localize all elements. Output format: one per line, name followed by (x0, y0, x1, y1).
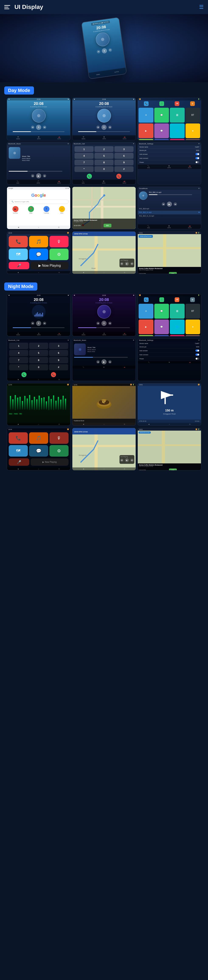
nav-food-back[interactable]: ◀ (83, 423, 84, 425)
toggle-auto-answer[interactable] (195, 153, 199, 155)
dial-5[interactable]: 5 (95, 153, 113, 159)
night-prev-2[interactable]: ⏮ (96, 321, 100, 325)
nav-auto-2[interactable]: 🚗AUTO (123, 136, 126, 139)
nav-nc-recent[interactable]: ⊡ (58, 379, 60, 380)
night-dial-6[interactable]: 6 (49, 350, 68, 356)
night-cp-msg[interactable]: 💬 (29, 445, 48, 457)
app-whatsapp[interactable]: 💬 (154, 108, 169, 123)
shortcut-maps[interactable]: 📍 Maps (24, 206, 38, 223)
night-settings-close[interactable]: ✕ (198, 339, 200, 341)
night-dial-9[interactable]: 9 (49, 357, 68, 363)
night-dial-8[interactable]: 8 (29, 357, 48, 363)
app-camera[interactable]: 📷 (170, 139, 184, 140)
nav-na-recent[interactable]: ⊡ (189, 423, 191, 425)
google-nav-back[interactable]: ◀ (18, 226, 19, 228)
nav-nc-back[interactable]: ◀ (17, 379, 19, 380)
nav-cp-recent[interactable]: ⊡ (58, 272, 60, 273)
night-nav-next[interactable]: ⏭ (131, 459, 134, 462)
night-icon-1[interactable]: ✈ (139, 304, 153, 319)
nav-nc-home[interactable]: ⌂ (38, 379, 39, 380)
call-end[interactable]: 📞 (116, 174, 121, 179)
night-dial-2[interactable]: 2 (29, 343, 48, 349)
dial-hash[interactable]: # (114, 166, 134, 172)
carplay-podcasts[interactable]: 🎙 (49, 236, 69, 247)
night-icon-12[interactable]: 📁 (186, 335, 200, 336)
night-nav-play[interactable]: ▶ (125, 458, 129, 462)
nav-gw-home[interactable]: ⌂ (38, 423, 39, 425)
nav-night2-email[interactable]: ✉EMAIL (82, 332, 85, 336)
shortcut-translate[interactable]: T Translate (39, 206, 54, 223)
local-next[interactable]: ⏭ (173, 202, 177, 206)
nav-night-auto[interactable]: 🚗AUTO (58, 332, 61, 336)
night-dial-0[interactable]: 0 (29, 364, 48, 371)
nav-ncp-back[interactable]: ◀ (17, 468, 19, 469)
bt-music-next[interactable]: ⏭ (43, 174, 46, 178)
app-nav[interactable]: 🗺 (175, 101, 180, 106)
bt-music-play[interactable]: ▶ (36, 173, 41, 178)
music-day-1-next[interactable]: ⏭ (43, 126, 46, 129)
dial-7[interactable]: 7 (74, 160, 94, 165)
nav-auto[interactable]: 🚗AUTO (58, 136, 61, 139)
night-icon-2[interactable]: 💬 (154, 304, 169, 319)
nav-local-auto[interactable]: 🚗AUTO (188, 225, 192, 228)
app-youtube[interactable]: ▶ (139, 124, 153, 138)
nav-bt-phone[interactable]: 📞DIAL (17, 180, 19, 184)
dial-2[interactable]: 2 (95, 146, 113, 152)
hero-next-btn[interactable]: ⏭ (108, 48, 112, 52)
music-day-1-prev[interactable]: ⏮ (31, 126, 35, 129)
app-browser[interactable]: 🌐 (170, 124, 184, 138)
app-settings[interactable]: ⚙ (190, 101, 195, 106)
night-prev-1[interactable]: ⏮ (31, 321, 35, 325)
nav-btn-back[interactable]: ◀ (83, 272, 84, 273)
night-dial-hash[interactable]: # (49, 364, 68, 371)
bt-music-close[interactable]: ✕ (68, 143, 69, 145)
night-dial-star[interactable]: * (9, 364, 28, 371)
nav-settings-apps[interactable]: ⊞APPS (167, 165, 171, 169)
hamburger-icon[interactable] (4, 3, 12, 11)
music-day-2-play[interactable]: ⏸ (101, 125, 107, 130)
night-icon-9[interactable]: 📍 (139, 335, 153, 336)
night-icon-6[interactable]: 💬 (154, 320, 169, 334)
hero-prev-btn[interactable]: ⏮ (96, 50, 100, 54)
local-play[interactable]: ▶ (167, 202, 172, 207)
nav-call-auto[interactable]: 🚗AUTO (123, 180, 126, 184)
toggle-flower[interactable] (195, 161, 199, 163)
nav-gw-back[interactable]: ◀ (17, 423, 19, 425)
night-cp-siri[interactable]: 🎤 (9, 458, 29, 466)
carplay-now-playing[interactable]: ▶ Now Playing (31, 262, 69, 269)
nav-ncp-recent[interactable]: ⊡ (58, 468, 60, 469)
night-app-nav[interactable]: 🗺 (175, 298, 180, 302)
go-button[interactable]: GO (104, 224, 111, 228)
night-toggle-flower[interactable] (195, 358, 199, 360)
nav-email[interactable]: ✉EMAIL (16, 136, 20, 139)
nav-nbm-apps[interactable]: ⊞ (103, 366, 104, 368)
dial-6[interactable]: 6 (114, 153, 134, 159)
night-app-phone[interactable]: 📞 (144, 298, 148, 302)
app-bt[interactable]: BT (186, 108, 200, 123)
nav-nnm-recent[interactable]: ⊡ (124, 468, 125, 469)
nav-bt-auto[interactable]: 🚗AUTO (57, 180, 61, 184)
night-bt-play[interactable]: ▶ (101, 359, 107, 364)
nav-apps-2[interactable]: ⊞APPS (102, 136, 106, 139)
nav-night-apps[interactable]: ⊞APPS (37, 332, 41, 336)
night-icon-10[interactable]: 📅 (154, 335, 169, 336)
nav-na-back[interactable]: ◀ (148, 423, 150, 425)
nav-nbm-dial[interactable]: 📞 (83, 366, 84, 368)
night-call-close[interactable]: ✕ (68, 339, 69, 341)
app-extra[interactable]: ★ (186, 124, 200, 138)
nav-call-phone[interactable]: 📞DIAL (82, 180, 85, 184)
nav-ncp-home[interactable]: ⌂ (38, 468, 39, 469)
night-call-end[interactable]: 📞 (51, 372, 56, 377)
nav-btn-recent[interactable]: ⊡ (124, 272, 125, 273)
night-bt-prev[interactable]: ⏮ (96, 360, 100, 364)
nav-nnm-home[interactable]: ⌂ (104, 468, 104, 469)
app-wechat[interactable]: 💬 (154, 124, 169, 138)
nav-email-2[interactable]: ✉EMAIL (82, 136, 85, 139)
night-nav-prev[interactable]: ⏮ (120, 459, 123, 462)
carplay-settings[interactable]: ⚙ (49, 249, 69, 260)
night-bt-next[interactable]: ⏭ (108, 360, 112, 364)
night-next-2[interactable]: ⏭ (108, 321, 112, 325)
shortcut-youtube[interactable]: ▶ YouTube (8, 206, 22, 223)
night-dial-4[interactable]: 4 (9, 350, 28, 356)
nav-prev[interactable]: ⏮ (120, 262, 123, 265)
